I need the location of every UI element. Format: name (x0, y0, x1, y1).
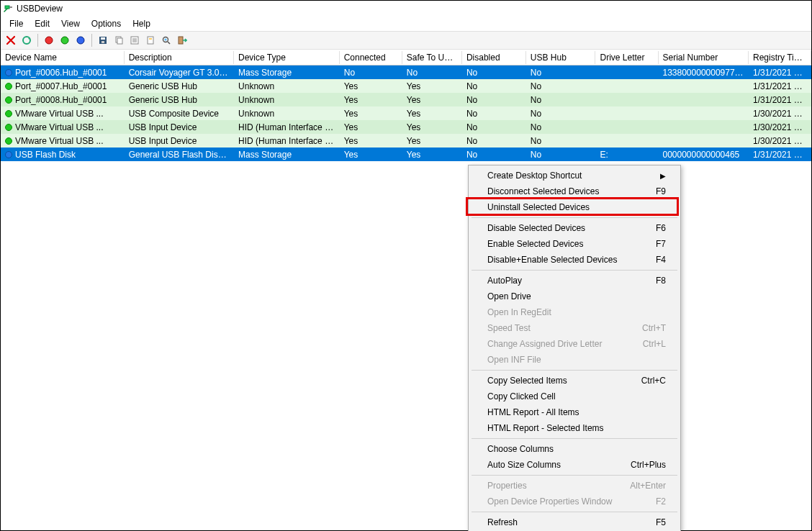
context-menu-item[interactable]: RefreshF5 (470, 514, 679, 530)
cell-serial (659, 86, 749, 87)
cell-connected: Yes (340, 122, 402, 133)
table-row[interactable]: USB Flash DiskGeneral USB Flash Disk USB… (1, 148, 811, 161)
context-menu-item[interactable]: Copy Selected ItemsCtrl+C (470, 373, 679, 389)
cell-drive-letter: E: (595, 149, 658, 160)
cell-device-name: VMware Virtual USB ... (1, 135, 125, 147)
cell-disabled: No (462, 122, 526, 133)
cell-description: USB Input Device (125, 122, 234, 133)
menu-file[interactable]: File (4, 17, 29, 30)
cell-description: USB Input Device (125, 135, 234, 147)
cell-time: 1/31/2021 5:41: (749, 94, 811, 106)
cell-usb-hub: No (526, 67, 596, 78)
context-menu-item[interactable]: Choose Columns (470, 441, 679, 457)
cell-device-type: Unknown (234, 108, 340, 119)
cell-connected: Yes (340, 149, 402, 160)
cell-time: 1/30/2021 5:27: (749, 122, 811, 133)
col-disabled[interactable]: Disabled (462, 51, 526, 64)
circle-blue-icon[interactable] (73, 33, 88, 47)
titlebar: USBDeview (1, 1, 811, 17)
table-row[interactable]: VMware Virtual USB ...USB Composite Devi… (1, 106, 811, 120)
col-drive-letter[interactable]: Drive Letter (595, 51, 658, 64)
cell-time: 1/31/2021 5:41: (749, 81, 811, 92)
context-menu-item[interactable]: Disable Selected DevicesF6 (470, 220, 679, 236)
menu-help[interactable]: Help (127, 17, 156, 30)
context-menu-label: Change Assigned Drive Letter (487, 339, 602, 349)
context-menu-item: Speed TestCtrl+T (470, 320, 679, 336)
context-menu-item[interactable]: Disable+Enable Selected DevicesF4 (470, 252, 679, 268)
cell-device-name: Port_#0007.Hub_#0001 (1, 81, 125, 92)
col-serial-number[interactable]: Serial Number (659, 51, 749, 64)
context-menu-separator (472, 475, 677, 476)
menu-options[interactable]: Options (86, 17, 127, 30)
table-row[interactable]: VMware Virtual USB ...USB Input DeviceHI… (1, 120, 811, 134)
cell-connected: Yes (340, 81, 402, 92)
properties-icon[interactable] (127, 33, 142, 47)
delete-x-icon[interactable] (4, 33, 18, 47)
col-connected[interactable]: Connected (340, 51, 402, 64)
report-icon[interactable] (143, 33, 158, 47)
circle-green-icon[interactable] (58, 33, 72, 47)
cell-connected: Yes (340, 108, 402, 119)
context-menu-item[interactable]: Enable Selected DevicesF7 (470, 236, 679, 252)
context-menu-item[interactable]: AutoPlayF8 (470, 273, 679, 289)
circle-red-icon[interactable] (42, 33, 56, 47)
context-menu-label: Enable Selected Devices (487, 239, 583, 249)
context-menu-shortcut: F9 (656, 186, 666, 196)
context-menu-item[interactable]: Create Desktop Shortcut▶ (470, 168, 679, 183)
context-menu-label: Speed Test (487, 323, 531, 333)
context-menu-label: HTML Report - Selected Items (487, 423, 604, 433)
context-menu-separator (472, 438, 677, 439)
cell-time: 1/31/2021 5:41: (749, 67, 811, 78)
context-menu-shortcut: F8 (656, 276, 666, 286)
col-description[interactable]: Description (125, 51, 234, 64)
context-menu-separator (472, 217, 677, 218)
table-row[interactable]: Port_#0006.Hub_#0001Corsair Voyager GT 3… (1, 65, 811, 79)
table-row[interactable]: VMware Virtual USB ...USB Input DeviceHI… (1, 134, 811, 148)
context-menu-label: Auto Size Columns (487, 460, 561, 470)
cell-description: USB Composite Device (125, 108, 234, 119)
grid-body[interactable]: Port_#0006.Hub_#0001Corsair Voyager GT 3… (1, 65, 811, 530)
context-menu-item[interactable]: Open Drive (470, 289, 679, 304)
toolbar-separator (37, 34, 38, 47)
table-row[interactable]: Port_#0008.Hub_#0001Generic USB HubUnkno… (1, 93, 811, 106)
cell-disabled: No (462, 67, 526, 78)
context-menu-item[interactable]: Uninstall Selected Devices (470, 199, 679, 215)
cell-disabled: No (462, 135, 526, 147)
cell-serial (659, 127, 749, 128)
context-menu-shortcut: F2 (656, 496, 666, 507)
col-registry-time[interactable]: Registry Time 1 (749, 51, 811, 64)
context-menu-item[interactable]: Copy Clicked Cell (470, 389, 679, 404)
col-usb-hub[interactable]: USB Hub (526, 51, 596, 64)
device-name-text: USB Flash Disk (15, 150, 76, 160)
status-dot-green-icon (5, 110, 12, 117)
col-device-type[interactable]: Device Type (234, 51, 340, 64)
status-dot-green-icon (5, 96, 12, 104)
refresh-icon[interactable] (19, 33, 34, 47)
copy-icon[interactable] (112, 33, 126, 47)
app-window: USBDeview File Edit View Options Help (0, 0, 812, 531)
find-icon[interactable] (159, 33, 173, 47)
context-menu-separator (472, 270, 677, 271)
exit-icon[interactable] (175, 33, 189, 47)
cell-description: Generic USB Hub (125, 94, 234, 106)
device-name-text: VMware Virtual USB ... (15, 136, 103, 146)
context-menu-item[interactable]: HTML Report - Selected Items (470, 420, 679, 436)
context-menu-item[interactable]: Auto Size ColumnsCtrl+Plus (470, 457, 679, 473)
app-icon (4, 4, 14, 14)
menu-view[interactable]: View (55, 17, 86, 30)
context-menu-item[interactable]: HTML Report - All Items (470, 404, 679, 420)
save-icon[interactable] (96, 33, 110, 47)
table-row[interactable]: Port_#0007.Hub_#0001Generic USB HubUnkno… (1, 79, 811, 93)
cell-drive-letter (595, 113, 658, 114)
cell-device-type: Unknown (234, 81, 340, 92)
menu-edit[interactable]: Edit (29, 17, 55, 30)
context-menu-item[interactable]: Disconnect Selected DevicesF9 (470, 183, 679, 199)
col-safe-unplug[interactable]: Safe To Unpl... (402, 51, 462, 64)
cell-usb-hub: No (526, 94, 596, 106)
col-device-name[interactable]: Device Name (1, 51, 125, 64)
toolbar (1, 31, 811, 50)
cell-drive-letter (595, 86, 658, 87)
svg-rect-7 (101, 37, 105, 40)
context-menu-label: Open INF File (487, 355, 541, 365)
cell-usb-hub: No (526, 81, 596, 92)
